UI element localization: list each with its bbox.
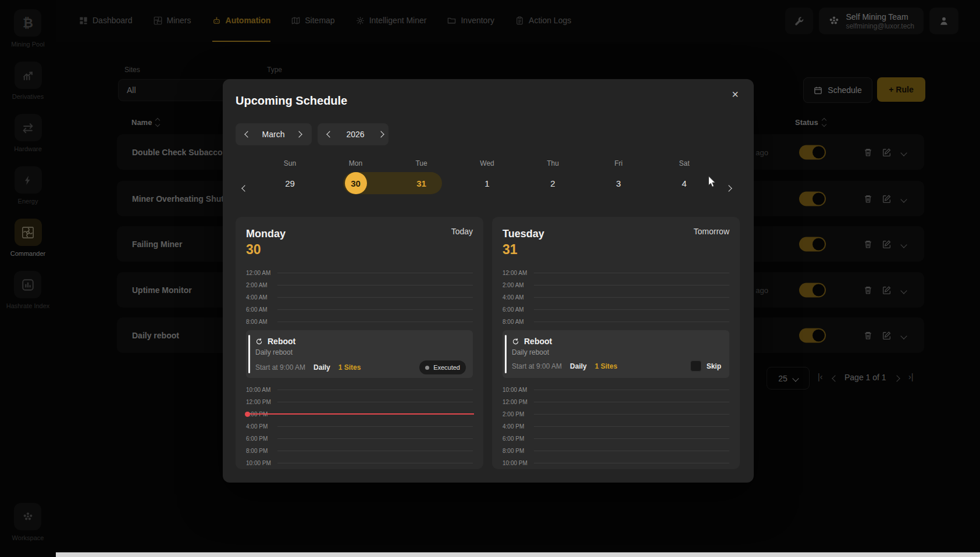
event-start-time: Start at 9:00 AM: [512, 362, 562, 370]
day-date: 30: [246, 241, 286, 258]
calendar-day[interactable]: 3: [586, 172, 651, 194]
time-label: 4:00 PM: [246, 423, 277, 430]
year-label: 2026: [343, 130, 368, 139]
time-label: 10:00 PM: [503, 460, 534, 466]
day-timeline: 12:00 AM 2:00 AM 4:00 AM 6:00 AM 8:00 AM…: [246, 267, 473, 469]
time-label: 12:00 AM: [246, 270, 277, 276]
relative-day-label: Tomorrow: [694, 227, 729, 236]
month-label: March: [261, 130, 286, 139]
calendar-day[interactable]: 1: [454, 172, 520, 194]
weekday-label: Sun: [284, 159, 296, 172]
next-week-button[interactable]: [723, 179, 735, 197]
skip-label: Skip: [707, 362, 721, 370]
time-label: 10:00 AM: [503, 387, 534, 393]
event-description: Daily reboot: [512, 348, 722, 356]
refresh-icon: [255, 338, 263, 345]
weekday-label: Fri: [615, 159, 623, 172]
day-panel-tuesday: Tuesday 31 Tomorrow 12:00 AM 2:00 AM 4:0…: [492, 217, 740, 469]
current-time-dot: [245, 412, 250, 417]
skip-control: Skip: [690, 360, 722, 372]
time-label: 12:00 AM: [503, 270, 534, 276]
time-label: 4:00 PM: [503, 423, 534, 430]
event-frequency: Daily: [313, 363, 330, 372]
executed-status-badge: Executed: [419, 360, 466, 374]
previous-month-button[interactable]: [243, 130, 252, 139]
next-month-button[interactable]: [294, 130, 304, 139]
next-year-button[interactable]: [376, 130, 386, 139]
previous-week-button[interactable]: [239, 179, 251, 197]
calendar-day[interactable]: 29: [257, 172, 323, 194]
time-label: 6:00 AM: [503, 306, 534, 313]
event-sites-count: 1 Sites: [338, 363, 361, 372]
upcoming-schedule-modal: Upcoming Schedule × March 2026 Sun Mon T…: [223, 79, 754, 483]
day-timeline: 12:00 AM 2:00 AM 4:00 AM 6:00 AM 8:00 AM…: [503, 267, 729, 469]
event-sites-count: 1 Sites: [595, 362, 618, 370]
current-time-indicator: [247, 413, 474, 415]
app-root: ₿ Mining Pool Derivatives Hardware Energ…: [0, 0, 980, 557]
time-label: 10:00 PM: [246, 460, 277, 466]
time-label: 2:00 AM: [503, 282, 534, 288]
horizontal-scrollbar[interactable]: [56, 552, 980, 557]
day-panel-monday: Monday 30 Today 12:00 AM 2:00 AM 4:00 AM…: [236, 217, 483, 469]
day-date: 31: [503, 241, 544, 258]
previous-year-button[interactable]: [325, 130, 334, 139]
time-label: 6:00 AM: [246, 306, 277, 313]
time-label: 12:00 PM: [503, 399, 534, 405]
event-start-time: Start at 9:00 AM: [255, 363, 305, 372]
weekday-label: Thu: [547, 159, 559, 172]
weekday-label: Mon: [349, 159, 362, 172]
time-label: 8:00 PM: [246, 448, 277, 454]
event-frequency: Daily: [570, 362, 587, 370]
year-selector: 2026: [318, 123, 389, 145]
modal-title: Upcoming Schedule: [236, 94, 347, 108]
time-label: 8:00 AM: [503, 319, 534, 325]
time-label: 2:00 AM: [246, 282, 277, 288]
weekday-label: Sat: [679, 159, 689, 172]
time-label: 10:00 AM: [246, 387, 277, 393]
event-description: Daily reboot: [255, 348, 466, 356]
month-selector: March: [236, 123, 312, 145]
schedule-event-card: Reboot Daily reboot Start at 9:00 AM Dai…: [503, 330, 729, 378]
time-label: 4:00 AM: [503, 294, 534, 301]
time-label: 8:00 AM: [246, 319, 277, 325]
status-dot-icon: [425, 366, 429, 370]
day-name: Monday: [246, 227, 286, 241]
event-title: Reboot: [268, 337, 295, 346]
time-label: 8:00 PM: [503, 448, 534, 454]
calendar-day-selected[interactable]: 31: [389, 172, 454, 194]
relative-day-label: Today: [451, 227, 473, 236]
schedule-event-card: Reboot Daily reboot Start at 9:00 AM Dai…: [246, 330, 473, 378]
day-name: Tuesday: [503, 227, 544, 241]
week-strip: Sun Mon Tue Wed Thu Fri Sat 29 30 31 1 2…: [223, 159, 754, 200]
time-label: 2:00 PM: [503, 411, 534, 417]
calendar-day[interactable]: 2: [520, 172, 586, 194]
time-label: 6:00 PM: [246, 435, 277, 442]
time-label: 6:00 PM: [503, 435, 534, 442]
time-label: 12:00 PM: [246, 399, 277, 405]
calendar-day-selected[interactable]: 30: [323, 172, 389, 194]
time-label: 4:00 AM: [246, 294, 277, 301]
mouse-cursor: [707, 176, 717, 188]
close-icon[interactable]: ×: [727, 86, 743, 102]
skip-checkbox[interactable]: [690, 360, 701, 372]
refresh-icon: [512, 338, 519, 345]
weekday-label: Wed: [480, 159, 494, 172]
weekday-label: Tue: [415, 159, 427, 172]
event-title: Reboot: [524, 337, 552, 346]
